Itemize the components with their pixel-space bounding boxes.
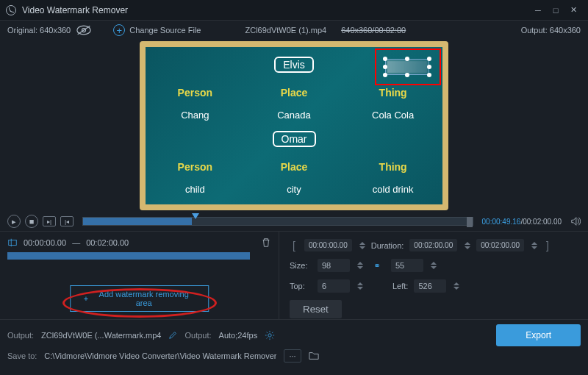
volume-icon[interactable] <box>570 216 581 226</box>
top-spinner[interactable] <box>357 282 363 290</box>
source-dimensions: 640x360/00:02:00 <box>341 26 406 35</box>
output-file-label: Output: <box>7 331 34 340</box>
save-to-label: Save to: <box>7 351 37 360</box>
close-button[interactable]: ✕ <box>564 1 582 19</box>
preview-header-place: Place <box>254 161 334 173</box>
resize-handle[interactable] <box>427 57 431 61</box>
resize-handle[interactable] <box>383 57 387 61</box>
bottom-bar: Output: ZCl69dVtW0E (...Watermark.mp4 Ou… <box>0 319 588 370</box>
segment-end: 00:02:00.00 <box>86 238 129 247</box>
output-dimensions: Output: 640x360 <box>521 26 581 35</box>
left-input[interactable]: 526 <box>414 279 446 293</box>
prev-frame-button[interactable]: ▸| <box>43 216 56 226</box>
titlebar: Video Watermark Remover ─ □ ✕ <box>0 0 588 21</box>
app-title: Video Watermark Remover <box>22 5 529 15</box>
open-folder-icon[interactable] <box>309 351 319 361</box>
start-time-spinner[interactable] <box>359 242 365 249</box>
left-label: Left: <box>392 282 408 290</box>
size-height-input[interactable]: 55 <box>391 259 423 272</box>
play-button[interactable]: ▸ <box>7 215 21 228</box>
top-label: Top: <box>290 282 312 290</box>
segment-start: 00:00:00.00 <box>24 238 66 247</box>
segments-panel: 00:00:00.00 — 00:02:00.00 +Add watermark… <box>0 232 279 319</box>
duration-input[interactable]: 00:02:00.00 <box>409 239 457 251</box>
end-time-spinner[interactable] <box>531 242 537 249</box>
preview-name2: Omar <box>273 131 316 147</box>
app-logo-icon <box>6 5 16 15</box>
browse-path-button[interactable]: ··· <box>284 349 301 362</box>
segment-track[interactable] <box>7 252 250 260</box>
reset-button[interactable]: Reset <box>290 300 342 318</box>
resize-handle[interactable] <box>405 73 409 77</box>
preview-val: cold drink <box>353 184 434 195</box>
preview-val: child <box>154 184 235 195</box>
left-spinner[interactable] <box>453 282 459 290</box>
timeline-progress <box>83 218 192 225</box>
next-frame-button[interactable]: |◂ <box>60 216 74 226</box>
plus-icon: + <box>84 294 88 303</box>
preview-val: Canada <box>254 110 334 121</box>
size-width-input[interactable]: 98 <box>318 259 350 272</box>
output-format: Auto;24fps <box>219 331 258 340</box>
svg-point-5 <box>268 334 271 337</box>
preview-header-thing: Thing <box>353 161 434 173</box>
playback-controls: ▸ ■ ▸| |◂ 00:00:49.16/00:02:00.00 <box>0 212 588 231</box>
preview-header-person: Person <box>154 161 235 173</box>
preview-header-person: Person <box>154 87 235 99</box>
video-preview[interactable]: Elvis Person Place Thing Chang Canada Co… <box>140 41 448 210</box>
preview-area: Elvis Person Place Thing Chang Canada Co… <box>0 40 588 212</box>
preview-val: city <box>254 184 334 195</box>
preview-val: Cola Cola <box>353 110 434 121</box>
end-time-input[interactable]: 00:02:00.00 <box>476 239 524 251</box>
bracket-left-icon[interactable]: [ <box>290 240 298 251</box>
preview-header-place: Place <box>254 87 334 99</box>
size-h-spinner[interactable] <box>431 262 437 269</box>
minimize-button[interactable]: ─ <box>529 1 547 19</box>
preview-name1: Elvis <box>274 57 314 73</box>
maximize-button[interactable]: □ <box>547 1 564 19</box>
duration-spinner[interactable] <box>465 242 470 249</box>
resize-handle[interactable] <box>383 73 387 77</box>
resize-handle[interactable] <box>383 65 387 69</box>
segment-row: 00:00:00.00 — 00:02:00.00 <box>7 238 271 248</box>
original-label: Original: 640x360 <box>7 26 71 35</box>
timeline-scrubber[interactable] <box>82 217 473 226</box>
watermark-selection-highlight <box>375 49 441 85</box>
svg-rect-3 <box>9 240 17 246</box>
preview-val: Chang <box>154 110 235 121</box>
size-label: Size: <box>290 261 312 270</box>
visibility-toggle-icon[interactable] <box>76 25 91 35</box>
change-source-button[interactable]: Change Source File <box>129 26 201 35</box>
segment-sep: — <box>72 238 80 247</box>
output-filename: ZCl69dVtW0E (...Watermark.mp4 <box>41 331 161 340</box>
duration-label: Duration: <box>371 241 404 250</box>
save-path: C:\Vidmore\Vidmore Video Converter\Video… <box>44 351 276 360</box>
export-button[interactable]: Export <box>496 324 581 346</box>
stop-button[interactable]: ■ <box>25 215 38 228</box>
source-filename: ZCl69dVtW0E (1).mp4 <box>245 26 326 35</box>
mid-section: 00:00:00.00 — 00:02:00.00 +Add watermark… <box>0 231 588 319</box>
resize-handle[interactable] <box>427 73 431 77</box>
timeline-end-knob[interactable] <box>467 217 473 227</box>
timeline-marker[interactable] <box>192 213 199 219</box>
edit-filename-icon[interactable] <box>168 331 177 340</box>
segment-icon <box>7 238 18 248</box>
start-time-input[interactable]: 00:00:00.00 <box>304 239 352 251</box>
info-bar: Original: 640x360 + Change Source File Z… <box>0 21 588 40</box>
size-w-spinner[interactable] <box>357 262 363 269</box>
time-display: 00:00:49.16/00:02:00.00 <box>482 218 562 226</box>
output-settings-icon[interactable] <box>265 330 275 340</box>
bracket-right-icon[interactable]: ] <box>543 240 552 251</box>
output-format-label: Output: <box>184 331 211 340</box>
top-input[interactable]: 6 <box>318 279 350 293</box>
preview-header-thing: Thing <box>353 87 434 99</box>
resize-handle[interactable] <box>427 65 431 69</box>
add-source-icon[interactable]: + <box>113 24 125 36</box>
parameters-panel: [ 00:00:00.00 Duration:00:02:00.00 00:02… <box>279 232 588 319</box>
resize-handle[interactable] <box>405 57 409 61</box>
link-aspect-icon[interactable]: ⚭ <box>373 260 381 271</box>
delete-segment-icon[interactable] <box>261 238 271 248</box>
add-watermark-area-button[interactable]: +Add watermark removing area <box>70 285 209 312</box>
